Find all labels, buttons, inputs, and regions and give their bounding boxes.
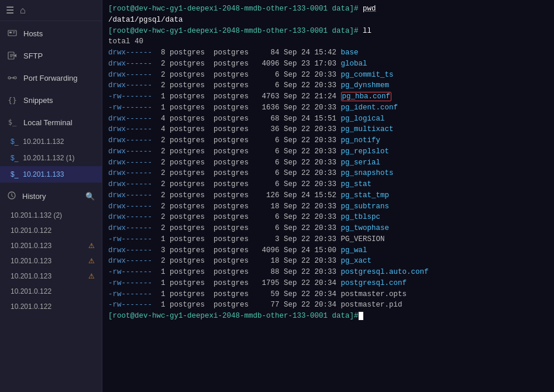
history-item-3[interactable]: 10.201.0.123 ⚠ — [0, 253, 102, 269]
hosts-label: Hosts — [23, 29, 43, 38]
terminal-line-total: total 40 — [108, 36, 548, 47]
terminal-line-pwd-output: /data1/pgsql/data — [108, 15, 548, 26]
local-terminal-icon: $_ — [7, 117, 18, 128]
file-listing-row: -rw------- 1 postgres postgres 59 Sep 22… — [108, 289, 548, 300]
file-listing-row: drwx------ 2 postgres postgres 6 Sep 22 … — [108, 157, 548, 169]
svg-rect-2 — [13, 32, 15, 32]
terminal-line-pwd-cmd: [root@dev-hwc-gy1-deepexi-2048-mmdb-othe… — [108, 4, 548, 15]
file-listing-row: drwx------ 2 postgres postgres 6 Sep 22 … — [108, 80, 548, 91]
warning-icon-4: ⚠ — [88, 272, 95, 280]
terminal-line-final-prompt: [root@dev-hwc-gy1-deepexi-2048-mmdb-othe… — [108, 311, 548, 322]
snippets-icon: {} — [7, 95, 18, 105]
history-item-2[interactable]: 10.201.0.123 ⚠ — [0, 238, 102, 253]
sidebar-nav-items: Hosts SFTP Port — [0, 21, 102, 133]
file-listing-row: drwx------ 2 postgres postgres 6 Sep 22 … — [108, 168, 548, 179]
history-item-label-6: 10.201.0.122 — [11, 302, 51, 311]
file-listing-row: drwx------ 4 postgres postgres 36 Sep 22… — [108, 124, 548, 135]
terminal-prompt-final: [root@dev-hwc-gy1-deepexi-2048-mmdb-othe… — [108, 312, 359, 320]
local-terminal-label: Local Terminal — [23, 118, 73, 127]
history-item-label-4: 10.201.0.123 — [11, 272, 51, 280]
warning-icon-3: ⚠ — [88, 257, 95, 265]
terminal-prompt-1: [root@dev-hwc-gy1-deepexi-2048-mmdb-othe… — [108, 5, 359, 13]
sidebar-top: ☰ ⌂ — [0, 0, 102, 21]
svg-rect-3 — [13, 33, 15, 33]
file-listing-row: drwx------ 2 postgres postgres 6 Sep 22 … — [108, 146, 548, 157]
history-label: History — [22, 192, 46, 201]
sftp-label: SFTP — [23, 51, 43, 60]
file-listing-row: drwx------ 2 postgres postgres 18 Sep 22… — [108, 201, 548, 212]
svg-point-5 — [8, 77, 11, 79]
history-item-label-3: 10.201.0.123 — [11, 257, 51, 265]
sidebar-item-hosts[interactable]: Hosts — [0, 22, 102, 44]
history-item-0[interactable]: 10.201.1.132 (2) — [0, 208, 102, 223]
svg-rect-1 — [9, 32, 12, 33]
hosts-icon — [7, 28, 18, 39]
terminal-prompt-2: [root@dev-hwc-gy1-deepexi-2048-mmdb-othe… — [108, 27, 359, 35]
file-listing-row: drwx------ 2 postgres postgres 6 Sep 22 … — [108, 179, 548, 190]
hamburger-icon[interactable]: ☰ — [6, 5, 14, 16]
file-listing-row: drwx------ 2 postgres postgres 18 Sep 22… — [108, 256, 548, 267]
file-listing-row: drwx------ 2 postgres postgres 4096 Sep … — [108, 59, 548, 70]
port-forwarding-icon — [7, 73, 18, 83]
history-item-label-2: 10.201.0.123 — [11, 242, 51, 250]
session-label-1: 10.201.1.132 (1) — [23, 154, 74, 162]
file-listing-row: -rw------- 1 postgres postgres 3 Sep 22 … — [108, 234, 548, 245]
terminal-line-ll-cmd: [root@dev-hwc-gy1-deepexi-2048-mmdb-othe… — [108, 26, 548, 37]
warning-icon-2: ⚠ — [88, 242, 95, 250]
home-icon[interactable]: ⌂ — [20, 5, 26, 16]
file-listing: drwx------ 8 postgres postgres 84 Sep 24… — [108, 47, 548, 311]
file-listing-row: drwx------ 2 postgres postgres 126 Sep 2… — [108, 190, 548, 201]
file-listing-row: drwx------ 2 postgres postgres 6 Sep 22 … — [108, 135, 548, 146]
snippets-label: Snippets — [23, 96, 53, 105]
history-item-label-5: 10.201.0.122 — [11, 287, 51, 295]
history-header-left: History — [7, 191, 46, 202]
file-listing-row: -rw------- 1 postgres postgres 1636 Sep … — [108, 102, 548, 114]
history-item-4[interactable]: 10.201.0.123 ⚠ — [0, 269, 102, 284]
sidebar: ☰ ⌂ Hosts — [0, 0, 102, 392]
terminal-icon-0: $_ — [11, 137, 18, 146]
history-item-label-0: 10.201.1.132 (2) — [11, 211, 62, 219]
history-item-label-1: 10.201.0.122 — [11, 226, 51, 235]
file-listing-row: drwx------ 3 postgres postgres 4096 Sep … — [108, 245, 548, 256]
session-label-2: 10.201.1.133 — [23, 170, 64, 178]
sidebar-item-local-terminal[interactable]: $_ Local Terminal — [0, 111, 102, 133]
file-listing-row: -rw------- 1 postgres postgres 88 Sep 22… — [108, 267, 548, 278]
file-listing-row: drwx------ 2 postgres postgres 6 Sep 22 … — [108, 212, 548, 223]
terminal-cursor — [359, 312, 363, 320]
terminal-icon-1: $_ — [11, 154, 18, 162]
history-item-5[interactable]: 10.201.0.122 — [0, 284, 102, 299]
file-listing-row: drwx------ 4 postgres postgres 68 Sep 24… — [108, 114, 548, 125]
session-items: $_ 10.201.1.132 $_ 10.201.1.132 (1) $_ 1… — [0, 133, 102, 183]
history-circle-icon — [7, 191, 16, 202]
session-label-0: 10.201.1.132 — [23, 137, 64, 146]
terminal-main[interactable]: [root@dev-hwc-gy1-deepexi-2048-mmdb-othe… — [102, 0, 554, 392]
history-search-icon[interactable]: 🔍 — [85, 192, 95, 201]
port-forwarding-label: Port Forwarding — [23, 74, 77, 82]
file-listing-row: drwx------ 8 postgres postgres 84 Sep 24… — [108, 47, 548, 59]
sidebar-item-port-forwarding[interactable]: Port Forwarding — [0, 67, 102, 89]
sidebar-item-snippets[interactable]: {} Snippets — [0, 89, 102, 111]
history-items: 10.201.1.132 (2) 10.201.0.122 10.201.0.1… — [0, 208, 102, 314]
session-item-1[interactable]: $_ 10.201.1.132 (1) — [0, 150, 102, 166]
file-listing-row: drwx------ 2 postgres postgres 6 Sep 22 … — [108, 223, 548, 234]
history-section: History 🔍 10.201.1.132 (2) 10.201.0.122 … — [0, 185, 102, 314]
file-listing-row: drwx------ 2 postgres postgres 6 Sep 22 … — [108, 70, 548, 81]
session-item-0[interactable]: $_ 10.201.1.132 — [0, 133, 102, 150]
sftp-icon — [7, 50, 18, 61]
history-header[interactable]: History 🔍 — [0, 185, 102, 208]
history-item-6[interactable]: 10.201.0.122 — [0, 299, 102, 314]
file-listing-row: -rw------- 1 postgres postgres 1795 Sep … — [108, 278, 548, 289]
file-listing-row: -rw------- 1 postgres postgres 4763 Sep … — [108, 91, 548, 102]
sidebar-item-sftp[interactable]: SFTP — [0, 44, 102, 67]
file-listing-row: -rw------- 1 postgres postgres 77 Sep 22… — [108, 300, 548, 311]
terminal-icon-2: $_ — [11, 170, 18, 178]
history-item-1[interactable]: 10.201.0.122 — [0, 223, 102, 238]
session-item-2[interactable]: $_ 10.201.1.133 — [0, 166, 102, 183]
